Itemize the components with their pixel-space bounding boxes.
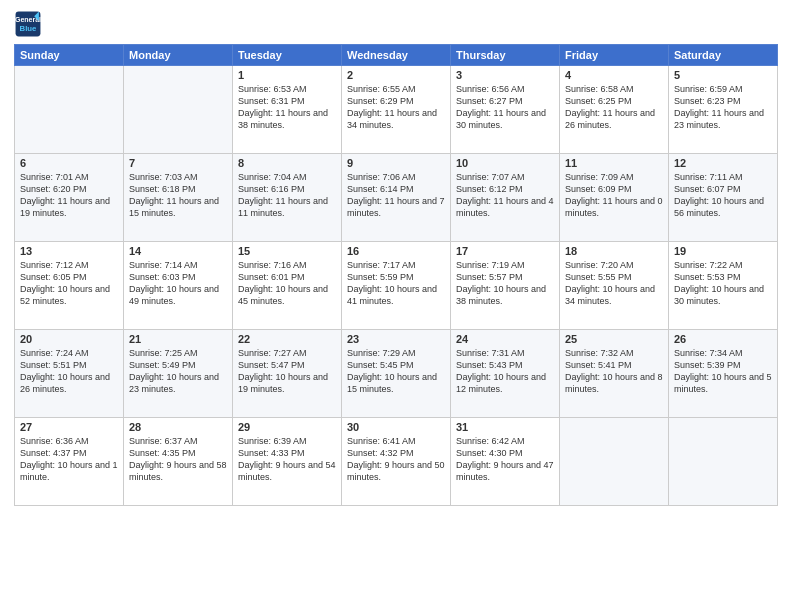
calendar-cell: 25Sunrise: 7:32 AM Sunset: 5:41 PM Dayli… bbox=[560, 330, 669, 418]
calendar-cell: 7Sunrise: 7:03 AM Sunset: 6:18 PM Daylig… bbox=[124, 154, 233, 242]
cell-info: Sunrise: 7:25 AM Sunset: 5:49 PM Dayligh… bbox=[129, 347, 227, 396]
cell-day-number: 23 bbox=[347, 333, 445, 345]
logo: General Blue bbox=[14, 10, 44, 38]
cell-info: Sunrise: 7:24 AM Sunset: 5:51 PM Dayligh… bbox=[20, 347, 118, 396]
calendar-cell: 9Sunrise: 7:06 AM Sunset: 6:14 PM Daylig… bbox=[342, 154, 451, 242]
calendar-cell bbox=[15, 66, 124, 154]
cell-info: Sunrise: 6:58 AM Sunset: 6:25 PM Dayligh… bbox=[565, 83, 663, 132]
cell-day-number: 10 bbox=[456, 157, 554, 169]
calendar-cell bbox=[124, 66, 233, 154]
cell-day-number: 6 bbox=[20, 157, 118, 169]
cell-day-number: 9 bbox=[347, 157, 445, 169]
calendar-header-wednesday: Wednesday bbox=[342, 45, 451, 66]
cell-day-number: 14 bbox=[129, 245, 227, 257]
cell-info: Sunrise: 7:14 AM Sunset: 6:03 PM Dayligh… bbox=[129, 259, 227, 308]
calendar-cell: 17Sunrise: 7:19 AM Sunset: 5:57 PM Dayli… bbox=[451, 242, 560, 330]
calendar-header-saturday: Saturday bbox=[669, 45, 778, 66]
cell-day-number: 13 bbox=[20, 245, 118, 257]
cell-info: Sunrise: 7:06 AM Sunset: 6:14 PM Dayligh… bbox=[347, 171, 445, 220]
cell-info: Sunrise: 6:56 AM Sunset: 6:27 PM Dayligh… bbox=[456, 83, 554, 132]
calendar-week-4: 20Sunrise: 7:24 AM Sunset: 5:51 PM Dayli… bbox=[15, 330, 778, 418]
calendar-cell: 30Sunrise: 6:41 AM Sunset: 4:32 PM Dayli… bbox=[342, 418, 451, 506]
calendar-week-3: 13Sunrise: 7:12 AM Sunset: 6:05 PM Dayli… bbox=[15, 242, 778, 330]
calendar-week-2: 6Sunrise: 7:01 AM Sunset: 6:20 PM Daylig… bbox=[15, 154, 778, 242]
calendar-cell: 20Sunrise: 7:24 AM Sunset: 5:51 PM Dayli… bbox=[15, 330, 124, 418]
calendar-cell: 2Sunrise: 6:55 AM Sunset: 6:29 PM Daylig… bbox=[342, 66, 451, 154]
cell-info: Sunrise: 7:04 AM Sunset: 6:16 PM Dayligh… bbox=[238, 171, 336, 220]
calendar-cell: 27Sunrise: 6:36 AM Sunset: 4:37 PM Dayli… bbox=[15, 418, 124, 506]
calendar-cell: 10Sunrise: 7:07 AM Sunset: 6:12 PM Dayli… bbox=[451, 154, 560, 242]
calendar-cell: 28Sunrise: 6:37 AM Sunset: 4:35 PM Dayli… bbox=[124, 418, 233, 506]
cell-day-number: 31 bbox=[456, 421, 554, 433]
calendar-week-1: 1Sunrise: 6:53 AM Sunset: 6:31 PM Daylig… bbox=[15, 66, 778, 154]
cell-info: Sunrise: 7:03 AM Sunset: 6:18 PM Dayligh… bbox=[129, 171, 227, 220]
cell-day-number: 15 bbox=[238, 245, 336, 257]
calendar-cell bbox=[560, 418, 669, 506]
cell-day-number: 17 bbox=[456, 245, 554, 257]
cell-info: Sunrise: 7:22 AM Sunset: 5:53 PM Dayligh… bbox=[674, 259, 772, 308]
header: General Blue bbox=[14, 10, 778, 38]
calendar-cell: 18Sunrise: 7:20 AM Sunset: 5:55 PM Dayli… bbox=[560, 242, 669, 330]
calendar-cell: 21Sunrise: 7:25 AM Sunset: 5:49 PM Dayli… bbox=[124, 330, 233, 418]
cell-day-number: 3 bbox=[456, 69, 554, 81]
calendar-header-row: SundayMondayTuesdayWednesdayThursdayFrid… bbox=[15, 45, 778, 66]
cell-info: Sunrise: 7:19 AM Sunset: 5:57 PM Dayligh… bbox=[456, 259, 554, 308]
calendar-header-thursday: Thursday bbox=[451, 45, 560, 66]
cell-day-number: 29 bbox=[238, 421, 336, 433]
cell-day-number: 22 bbox=[238, 333, 336, 345]
calendar-cell: 11Sunrise: 7:09 AM Sunset: 6:09 PM Dayli… bbox=[560, 154, 669, 242]
cell-day-number: 5 bbox=[674, 69, 772, 81]
calendar-cell: 26Sunrise: 7:34 AM Sunset: 5:39 PM Dayli… bbox=[669, 330, 778, 418]
cell-day-number: 8 bbox=[238, 157, 336, 169]
cell-day-number: 1 bbox=[238, 69, 336, 81]
cell-day-number: 25 bbox=[565, 333, 663, 345]
cell-day-number: 11 bbox=[565, 157, 663, 169]
calendar-cell bbox=[669, 418, 778, 506]
calendar-cell: 19Sunrise: 7:22 AM Sunset: 5:53 PM Dayli… bbox=[669, 242, 778, 330]
cell-day-number: 4 bbox=[565, 69, 663, 81]
calendar-cell: 15Sunrise: 7:16 AM Sunset: 6:01 PM Dayli… bbox=[233, 242, 342, 330]
cell-day-number: 16 bbox=[347, 245, 445, 257]
calendar-header-tuesday: Tuesday bbox=[233, 45, 342, 66]
cell-info: Sunrise: 7:11 AM Sunset: 6:07 PM Dayligh… bbox=[674, 171, 772, 220]
calendar-header-friday: Friday bbox=[560, 45, 669, 66]
cell-info: Sunrise: 7:12 AM Sunset: 6:05 PM Dayligh… bbox=[20, 259, 118, 308]
cell-info: Sunrise: 7:16 AM Sunset: 6:01 PM Dayligh… bbox=[238, 259, 336, 308]
cell-day-number: 18 bbox=[565, 245, 663, 257]
cell-day-number: 12 bbox=[674, 157, 772, 169]
calendar-cell: 1Sunrise: 6:53 AM Sunset: 6:31 PM Daylig… bbox=[233, 66, 342, 154]
cell-info: Sunrise: 7:32 AM Sunset: 5:41 PM Dayligh… bbox=[565, 347, 663, 396]
cell-info: Sunrise: 6:59 AM Sunset: 6:23 PM Dayligh… bbox=[674, 83, 772, 132]
cell-info: Sunrise: 7:01 AM Sunset: 6:20 PM Dayligh… bbox=[20, 171, 118, 220]
cell-info: Sunrise: 7:34 AM Sunset: 5:39 PM Dayligh… bbox=[674, 347, 772, 396]
cell-info: Sunrise: 6:37 AM Sunset: 4:35 PM Dayligh… bbox=[129, 435, 227, 484]
cell-info: Sunrise: 7:09 AM Sunset: 6:09 PM Dayligh… bbox=[565, 171, 663, 220]
calendar-cell: 29Sunrise: 6:39 AM Sunset: 4:33 PM Dayli… bbox=[233, 418, 342, 506]
cell-info: Sunrise: 7:17 AM Sunset: 5:59 PM Dayligh… bbox=[347, 259, 445, 308]
cell-info: Sunrise: 7:27 AM Sunset: 5:47 PM Dayligh… bbox=[238, 347, 336, 396]
cell-day-number: 24 bbox=[456, 333, 554, 345]
calendar-table: SundayMondayTuesdayWednesdayThursdayFrid… bbox=[14, 44, 778, 506]
calendar-week-5: 27Sunrise: 6:36 AM Sunset: 4:37 PM Dayli… bbox=[15, 418, 778, 506]
svg-text:Blue: Blue bbox=[20, 24, 38, 33]
calendar-header-sunday: Sunday bbox=[15, 45, 124, 66]
cell-info: Sunrise: 6:41 AM Sunset: 4:32 PM Dayligh… bbox=[347, 435, 445, 484]
calendar-header-monday: Monday bbox=[124, 45, 233, 66]
calendar-cell: 31Sunrise: 6:42 AM Sunset: 4:30 PM Dayli… bbox=[451, 418, 560, 506]
cell-info: Sunrise: 6:39 AM Sunset: 4:33 PM Dayligh… bbox=[238, 435, 336, 484]
calendar-cell: 3Sunrise: 6:56 AM Sunset: 6:27 PM Daylig… bbox=[451, 66, 560, 154]
page: General Blue SundayMondayTuesdayWednesda… bbox=[0, 0, 792, 612]
calendar-cell: 6Sunrise: 7:01 AM Sunset: 6:20 PM Daylig… bbox=[15, 154, 124, 242]
cell-day-number: 20 bbox=[20, 333, 118, 345]
calendar-cell: 22Sunrise: 7:27 AM Sunset: 5:47 PM Dayli… bbox=[233, 330, 342, 418]
calendar-cell: 8Sunrise: 7:04 AM Sunset: 6:16 PM Daylig… bbox=[233, 154, 342, 242]
cell-day-number: 19 bbox=[674, 245, 772, 257]
cell-day-number: 7 bbox=[129, 157, 227, 169]
cell-info: Sunrise: 7:20 AM Sunset: 5:55 PM Dayligh… bbox=[565, 259, 663, 308]
cell-day-number: 21 bbox=[129, 333, 227, 345]
calendar-cell: 4Sunrise: 6:58 AM Sunset: 6:25 PM Daylig… bbox=[560, 66, 669, 154]
cell-day-number: 30 bbox=[347, 421, 445, 433]
cell-day-number: 2 bbox=[347, 69, 445, 81]
calendar-cell: 12Sunrise: 7:11 AM Sunset: 6:07 PM Dayli… bbox=[669, 154, 778, 242]
cell-info: Sunrise: 7:31 AM Sunset: 5:43 PM Dayligh… bbox=[456, 347, 554, 396]
